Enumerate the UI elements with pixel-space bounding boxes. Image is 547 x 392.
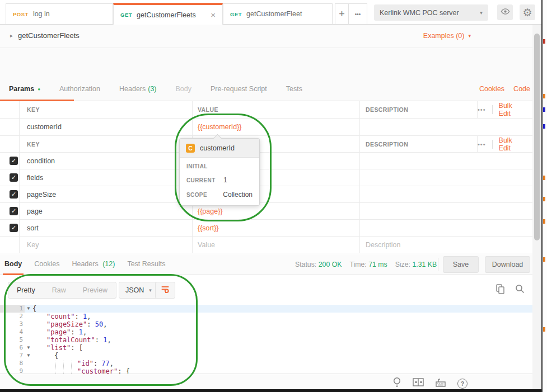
checkbox-checked[interactable]: ✓ (10, 173, 18, 182)
search-icon[interactable] (515, 284, 525, 296)
line-number: 3 (0, 320, 25, 328)
clipped-fragment (543, 39, 545, 44)
param-description-cell[interactable] (359, 186, 477, 202)
save-response-button[interactable]: Save (443, 256, 479, 273)
request-title-row: ▸ getCustomerFleets Examples (0) ▾ (0, 25, 543, 48)
tab-body[interactable]: Body (176, 85, 192, 93)
param-key-placeholder[interactable]: Key (20, 237, 192, 253)
param-key-cell[interactable]: page (20, 203, 192, 219)
variable-tooltip: C customerId INITIAL CURRENT 1 SCOPE Col… (179, 138, 260, 206)
tab-prerequest-script[interactable]: Pre-request Script (211, 85, 267, 93)
tab-options-button[interactable]: ••• (348, 3, 367, 24)
param-row-sort[interactable]: ✓ sort {{sort}} (0, 220, 532, 237)
param-row-pagesize[interactable]: ✓ pageSize (0, 186, 532, 203)
format-select[interactable]: JSON ▾ (119, 282, 158, 299)
method-badge-post: POST (13, 11, 29, 17)
fold-caret-icon[interactable]: ▼ (25, 305, 32, 313)
row-gutter (0, 237, 20, 253)
tab-label: Params (9, 85, 34, 93)
tab-getcustomerfleet[interactable]: GET getCustomerFleet (223, 3, 333, 24)
request-section-tabs: Params ● Authorization Headers (3) Body … (0, 77, 543, 101)
tab-headers[interactable]: Headers (3) (119, 85, 157, 93)
view-raw-button[interactable]: Raw (44, 286, 74, 294)
method-badge-get: GET (120, 12, 132, 18)
ellipsis-icon[interactable]: ••• (478, 141, 486, 148)
row-controls (477, 119, 532, 135)
wrap-text-button[interactable] (155, 282, 175, 299)
checkbox-checked[interactable]: ✓ (10, 224, 18, 232)
footer-icons: ? (392, 377, 467, 390)
param-row-new[interactable]: Key Value Description (0, 237, 532, 253)
param-key-cell[interactable]: customerId (20, 119, 192, 135)
disclosure-triangle-icon[interactable]: ▸ (10, 32, 13, 39)
param-key-cell[interactable]: fields (20, 169, 192, 186)
param-description-cell[interactable] (359, 220, 477, 236)
param-key-cell[interactable]: condition (20, 153, 192, 169)
checkbox-checked[interactable]: ✓ (10, 190, 18, 199)
param-key-cell[interactable]: sort (20, 220, 192, 236)
status-badge: Status: 200 OK (295, 261, 342, 268)
keyboard-shortcuts-icon[interactable] (435, 377, 446, 390)
column-header-value: VALUE (192, 101, 359, 118)
clipped-fragment (543, 257, 545, 262)
line-number: 7 (0, 352, 25, 360)
param-row-page[interactable]: ✓ page {{page}} (0, 203, 532, 220)
tab-log-in[interactable]: POST log in (6, 3, 113, 24)
tab-response-cookies[interactable]: Cookies (34, 260, 59, 268)
checkbox-checked[interactable]: ✓ (10, 207, 18, 215)
lightbulb-icon[interactable] (392, 377, 401, 390)
variable-scope-row: SCOPE Collection (186, 191, 253, 199)
time-badge: Time: 71 ms (349, 261, 387, 268)
two-pane-layout-icon[interactable] (413, 378, 424, 389)
cookies-link[interactable]: Cookies (479, 85, 504, 93)
copy-icon[interactable] (496, 284, 505, 296)
param-description-cell[interactable] (359, 119, 477, 135)
param-value-cell[interactable]: {{customerId}} (192, 119, 359, 135)
tab-getcustomerfleets[interactable]: GET getCustomerFleets × (113, 3, 223, 25)
param-row-customerid[interactable]: customerId {{customerId}} (0, 119, 532, 136)
code-link[interactable]: Code (513, 85, 530, 93)
tab-test-results[interactable]: Test Results (127, 260, 165, 268)
examples-label: Examples (0) (423, 32, 465, 40)
bulk-edit-link[interactable]: Bulk Edit (499, 102, 526, 117)
param-description-cell[interactable] (359, 169, 477, 186)
param-value-placeholder[interactable]: Value (192, 237, 359, 253)
header-controls: ••• Bulk Edit (477, 136, 532, 152)
help-icon[interactable]: ? (457, 379, 467, 389)
settings-button[interactable]: ⚙ (520, 4, 535, 20)
param-description-cell[interactable] (359, 153, 477, 169)
examples-dropdown[interactable]: Examples (0) ▾ (423, 32, 471, 40)
download-response-button[interactable]: Download (485, 256, 530, 273)
vertical-scrollbar-thumb[interactable] (534, 34, 540, 240)
code-token: , (83, 328, 87, 336)
tab-response-body[interactable]: Body (4, 260, 22, 268)
param-key-cell[interactable]: pageSize (20, 186, 192, 202)
environment-selector[interactable]: Kerlink WMC POC server ▾ (374, 4, 488, 21)
bulk-edit-link[interactable]: Bulk Edit (499, 136, 526, 152)
param-description-cell[interactable] (359, 203, 477, 219)
param-description-placeholder[interactable]: Description (359, 237, 477, 253)
view-pretty-button[interactable]: Pretty (8, 286, 44, 294)
fold-caret-icon[interactable]: ▼ (25, 352, 32, 360)
code-token: , (107, 336, 111, 344)
tab-tests[interactable]: Tests (286, 85, 302, 93)
environment-preview-button[interactable] (497, 4, 513, 20)
ellipsis-icon[interactable]: ••• (478, 106, 486, 113)
tab-response-headers[interactable]: Headers (12) (72, 260, 115, 268)
param-row-condition[interactable]: ✓ condition (0, 153, 532, 169)
row-gutter: ✓ (0, 186, 20, 202)
active-tab-underline (3, 273, 24, 275)
tab-authorization[interactable]: Authorization (59, 85, 100, 93)
view-preview-button[interactable]: Preview (74, 286, 116, 294)
tab-params[interactable]: Params ● (9, 85, 40, 93)
close-icon[interactable]: × (205, 10, 216, 20)
field-value: 1 (223, 176, 227, 184)
column-header-key: KEY (20, 136, 192, 152)
param-row-fields[interactable]: ✓ fields (0, 169, 532, 186)
param-value-cell[interactable]: {{sort}} (192, 220, 359, 236)
new-tab-button[interactable]: + (335, 3, 349, 24)
download-label: Download (492, 261, 523, 268)
fold-caret-icon[interactable]: ▼ (25, 344, 32, 352)
checkbox-checked[interactable]: ✓ (10, 157, 18, 165)
json-key: "page" (46, 328, 71, 336)
